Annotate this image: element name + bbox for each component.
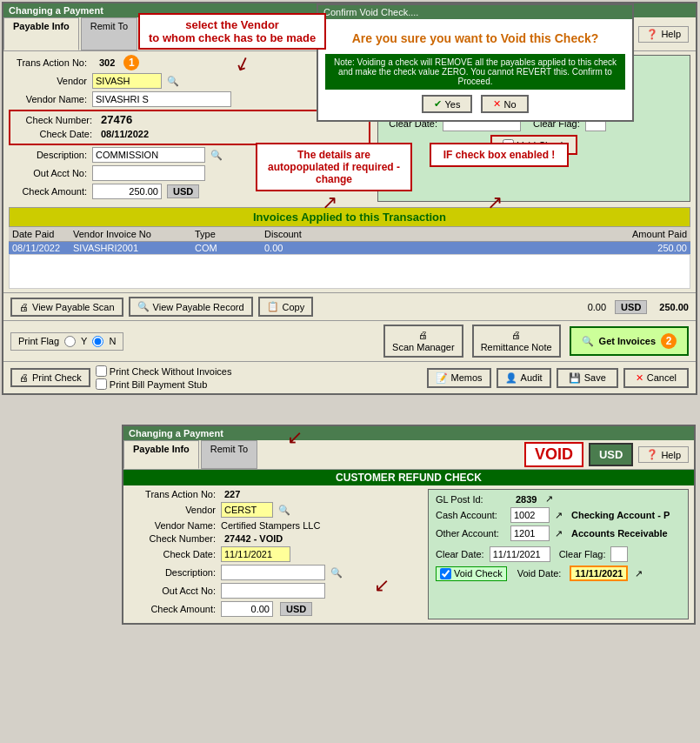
print-check-icon: 🖨	[19, 372, 29, 383]
record-icon: 🔍	[137, 301, 150, 312]
amount-currency: USD	[167, 184, 199, 198]
s-desc-icon[interactable]: 🔍	[330, 567, 343, 579]
header-amount-paid: Amount Paid	[334, 229, 687, 239]
s-description-label: Description:	[129, 567, 216, 578]
s-vendor-name-label: Vendor Name:	[129, 520, 216, 531]
void-badge: VOID	[524, 442, 583, 467]
header-type: Type	[195, 229, 264, 239]
check-amount-input[interactable]	[92, 184, 162, 199]
tab-payable-info[interactable]: Payable Info	[3, 17, 79, 50]
s-cash-icon[interactable]: ↗	[555, 510, 563, 521]
save-icon: 💾	[569, 372, 581, 384]
s-clear-flag-input[interactable]	[610, 546, 628, 562]
s-out-acct-input[interactable]	[221, 583, 325, 599]
description-label: Description:	[9, 150, 87, 160]
help-icon: ❓	[646, 29, 658, 40]
s-cash-text: Checking Account - P	[571, 510, 670, 520]
vendor-name-input[interactable]	[92, 91, 231, 107]
help-button[interactable]: ❓ Help	[638, 26, 689, 43]
view-payable-record-button[interactable]: 🔍 View Payable Record	[129, 297, 253, 317]
out-acct-input[interactable]	[92, 165, 205, 181]
help-label: Help	[661, 29, 681, 39]
window-title: Changing a Payment	[9, 5, 103, 16]
copy-button[interactable]: 📋 Copy	[258, 297, 314, 317]
save-button[interactable]: 💾 Save	[557, 368, 618, 388]
trans-action-label: Trans Action No:	[9, 57, 87, 68]
print-flag-y-label: Y	[81, 336, 87, 346]
view-payable-record-label: View Payable Record	[153, 302, 244, 312]
print-without-invoices-checkbox[interactable]	[96, 365, 107, 377]
second-tab-remit[interactable]: Remit To	[201, 440, 257, 469]
s-check-amount-input[interactable]	[221, 601, 273, 617]
row-invoice-no: SIVASHRI2001	[73, 243, 195, 253]
description-search-icon[interactable]: 🔍	[210, 150, 223, 161]
s-gl-icon[interactable]: ↗	[545, 493, 553, 505]
s-cash-label: Cash Account:	[436, 510, 505, 520]
remittance-note-button[interactable]: 🖨 Remittance Note	[472, 325, 561, 358]
bottom-button-row: 🖨 View Payable Scan 🔍 View Payable Recor…	[3, 292, 696, 320]
second-help-button[interactable]: ❓ Help	[638, 446, 689, 463]
s-other-icon[interactable]: ↗	[555, 528, 563, 539]
cancel-button[interactable]: ✕ Cancel	[623, 368, 689, 388]
get-invoices-button[interactable]: 🔍 Get Invoices 2	[570, 326, 689, 356]
s-clear-date-input[interactable]	[490, 546, 550, 562]
checkbox-annotation: IF check box enabled !	[430, 143, 569, 167]
memos-button[interactable]: 📝 Memos	[427, 368, 491, 388]
scan-manager-button[interactable]: 🖨 Scan Manager	[383, 325, 463, 358]
yes-check-icon: ✔	[434, 98, 442, 110]
second-help-label: Help	[661, 450, 681, 460]
row-date-paid: 08/11/2022	[12, 243, 73, 253]
vendor-search-icon[interactable]: 🔍	[167, 76, 179, 87]
void-yes-button[interactable]: ✔ Yes	[422, 95, 472, 113]
s-trans-label: Trans Action No:	[129, 489, 216, 499]
vendor-input[interactable]	[92, 73, 162, 89]
second-title-bar: Changing a Payment	[123, 426, 694, 440]
print-flag-n[interactable]	[92, 336, 103, 347]
audit-button[interactable]: 👤 Audit	[497, 368, 551, 388]
get-invoices-icon: 🔍	[582, 336, 594, 347]
no-x-icon: ✕	[493, 98, 501, 110]
s-cash-input[interactable]	[510, 507, 550, 523]
s-void-check-label: Void Check	[454, 568, 503, 579]
table-header: Date Paid Vendor Invoice No Type Discoun…	[9, 227, 690, 242]
s-amount-currency: USD	[280, 602, 312, 616]
s-other-input[interactable]	[510, 525, 550, 541]
s-vendor-icon[interactable]: 🔍	[278, 505, 290, 516]
print-flag-n-label: N	[109, 336, 116, 346]
s-gl-value: 2839	[516, 494, 537, 505]
copy-label: Copy	[283, 302, 305, 312]
description-input[interactable]	[92, 147, 205, 163]
memos-label: Memos	[451, 372, 483, 383]
print-check-button[interactable]: 🖨 Print Check	[10, 368, 90, 387]
view-payable-scan-button[interactable]: 🖨 View Payable Scan	[10, 298, 123, 317]
s-check-date-input[interactable]	[221, 546, 290, 562]
s-void-check-container: Void Check	[436, 566, 507, 581]
cancel-icon: ✕	[636, 372, 643, 384]
print-flag-group: Print Flag Y N	[10, 332, 123, 351]
s-vendor-input[interactable]	[221, 502, 273, 518]
s-void-date-label: Void Date:	[517, 568, 562, 579]
annotation-line2: to whom check has to be made	[149, 31, 316, 44]
print-bill-stub-label: Print Bill Payment Stub	[110, 379, 208, 390]
print-bill-stub-checkbox[interactable]	[96, 378, 107, 390]
s-clear-flag-label: Clear Flag:	[559, 549, 606, 559]
vendor-name-label: Vendor Name:	[9, 94, 87, 104]
check-number-value: 27476	[101, 113, 132, 126]
s-clear-date-label: Clear Date:	[436, 549, 484, 559]
s-void-date-icon[interactable]: ↗	[635, 568, 643, 579]
void-no-button[interactable]: ✕ No	[481, 95, 528, 113]
total-currency: USD	[615, 300, 647, 314]
audit-label: Audit	[521, 372, 543, 383]
print-flag-y[interactable]	[64, 336, 76, 347]
cancel-label: Cancel	[647, 372, 677, 383]
s-vendor-label: Vendor	[129, 505, 216, 515]
second-window: Changing a Payment Payable Info Remit To…	[122, 425, 696, 625]
row-discount: 0.00	[264, 243, 334, 253]
tab-remit-to[interactable]: Remit To	[81, 17, 137, 50]
void-question: Are you sure you want to Void this Check…	[325, 26, 625, 50]
audit-icon: 👤	[505, 372, 517, 384]
vendor-label: Vendor	[9, 76, 87, 86]
s-void-check-checkbox[interactable]	[440, 568, 451, 579]
second-tab-payable[interactable]: Payable Info	[123, 440, 199, 469]
s-description-input[interactable]	[221, 565, 325, 580]
